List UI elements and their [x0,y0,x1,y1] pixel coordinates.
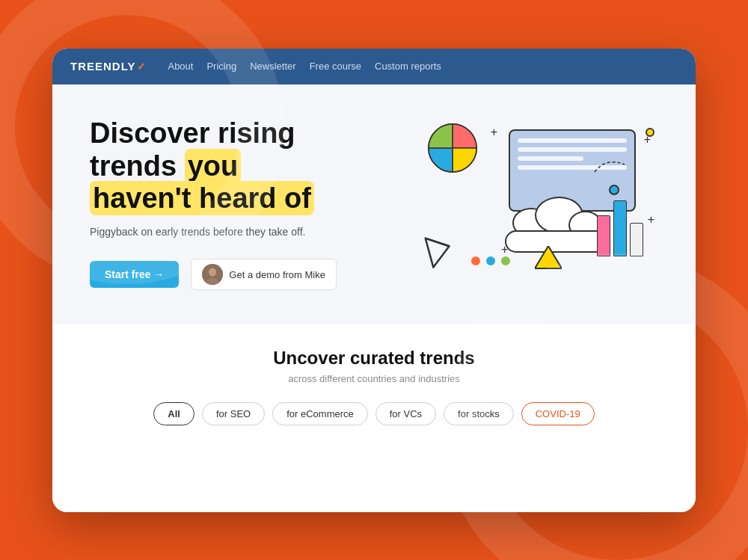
nav-link-newsletter[interactable]: Newsletter [250,61,295,72]
filter-tabs: All for SEO for eCommerce for VCs for st… [90,402,658,425]
nav-links: About Pricing Newsletter Free course Cus… [168,61,441,72]
triangle-shape [535,246,562,273]
device-frame: TREENDLY✓ About Pricing Newsletter Free … [52,49,696,512]
bar-chart [597,200,643,256]
avatar [202,264,223,285]
section-subtitle: across different countries and industrie… [90,373,658,384]
plus-icon-1: + [491,126,497,139]
dots-row [471,256,510,265]
monitor-line-1 [518,138,627,143]
bar-2 [613,200,627,256]
nav-link-custom-reports[interactable]: Custom reports [375,61,441,72]
hero-left: Discover risingtrends you haven't heard … [90,117,337,290]
hero-heading: Discover risingtrends you haven't heard … [90,117,337,215]
navbar: TREENDLY✓ About Pricing Newsletter Free … [52,49,696,84]
section-title: Uncover curated trends [90,348,658,369]
arrow-icon [409,224,462,277]
svg-point-1 [209,268,216,277]
hero-cta-row: Start free → Get a demo from Mike [90,259,337,290]
demo-button-label: Get a demo from Mike [229,269,325,280]
svg-marker-4 [415,230,452,267]
start-free-button[interactable]: Start free → [90,261,179,288]
monitor-dot [609,185,619,195]
nav-link-free-course[interactable]: Free course [310,61,361,72]
logo-checkmark: ✓ [137,61,147,73]
hero-illustration: + + + + [404,114,658,294]
demo-button[interactable]: Get a demo from Mike [191,259,337,290]
dot-blue [486,256,495,265]
hero-heading-highlight: you [185,149,242,183]
filter-vcs[interactable]: for VCs [375,402,436,425]
filter-ecommerce[interactable]: for eCommerce [272,402,368,425]
nav-logo[interactable]: TREENDLY✓ [70,60,147,73]
filter-covid[interactable]: COVID-19 [521,402,595,425]
nav-link-pricing[interactable]: Pricing [206,61,236,72]
filter-stocks[interactable]: for stocks [444,402,514,425]
dot-green [501,256,510,265]
filter-all[interactable]: All [153,402,194,425]
bar-1 [597,215,610,256]
plus-icon-3: + [648,213,654,227]
lower-section: Uncover curated trends across different … [52,324,696,512]
bar-3 [630,223,643,256]
hero-subtext: Piggyback on early trends before they ta… [90,226,337,238]
dot-orange [471,256,480,265]
nav-link-about[interactable]: About [168,61,193,72]
hero-heading-part3: haven't heard of [90,181,314,215]
monitor-line-2 [518,147,627,152]
svg-marker-6 [535,246,562,268]
pie-chart [426,122,479,174]
yellow-dot [646,128,654,137]
monitor-line-3 [518,156,583,161]
logo-text: TREENDLY [70,60,135,73]
hero-section: Discover risingtrends you haven't heard … [52,84,696,324]
filter-seo[interactable]: for SEO [202,402,265,425]
monitor-dashes [591,153,628,176]
